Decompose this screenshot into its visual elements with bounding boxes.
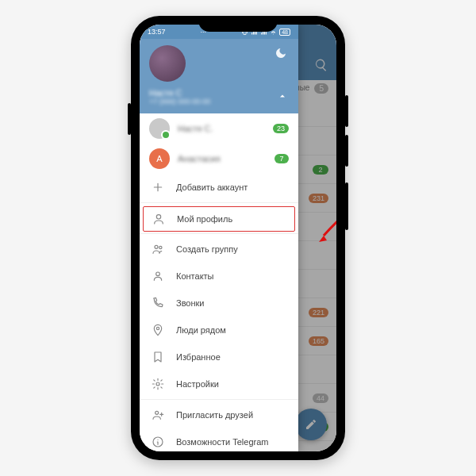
menu-label: Избранное [176, 352, 221, 362]
drawer-header: Настя С +7 (999) 000-00-00 [140, 39, 298, 113]
unread-badge: 7 [274, 154, 289, 163]
svg-point-0 [156, 215, 160, 219]
my-profile-item[interactable]: Мой профиль [143, 206, 295, 232]
drawer-username: Настя С [149, 88, 289, 98]
status-time: 13:57 [148, 28, 166, 36]
moon-icon [274, 47, 287, 60]
signal-icon [260, 29, 267, 36]
telegram-features-item[interactable]: Возможности Telegram [140, 428, 298, 451]
drawer-phone: +7 (999) 000-00-00 [149, 98, 289, 106]
svg-point-3 [156, 272, 160, 276]
account-item[interactable]: А Анастасия 7 [140, 144, 298, 174]
status-bar: 13:57 ··· 48 [140, 25, 298, 39]
add-person-icon [152, 409, 164, 421]
calls-item[interactable]: Звонки [140, 290, 298, 317]
contacts-item[interactable]: Контакты [140, 263, 298, 290]
menu-label: Звонки [176, 298, 205, 308]
svg-point-2 [159, 246, 162, 248]
person-icon [152, 270, 164, 282]
bookmark-icon [152, 351, 164, 363]
avatar [149, 118, 170, 139]
phone-frame: чные 5 13:5213:5013:50223113:3313:222211… [131, 16, 345, 460]
svg-point-6 [155, 411, 159, 414]
plus-icon [152, 181, 164, 194]
info-icon [152, 436, 164, 448]
invite-friends-item[interactable]: Пригласить друзей [140, 401, 298, 428]
navigation-drawer: 13:57 ··· 48 Настя С +7 (999) 000-00-00 [140, 25, 298, 451]
menu-label: Мой профиль [177, 214, 232, 224]
drawer-menu: Мой профиль Создать группу Контакты Звон… [140, 205, 298, 451]
account-name: Анастасия [178, 154, 267, 163]
menu-label: Добавить аккаунт [176, 182, 248, 192]
account-item[interactable]: Настя С. 23 [140, 113, 298, 144]
screen: чные 5 13:5213:5013:50223113:3313:222211… [140, 25, 336, 451]
phone-icon [152, 297, 164, 309]
menu-label: Контакты [176, 271, 214, 281]
group-icon [152, 243, 164, 255]
chevron-up-icon [278, 91, 287, 101]
menu-label: Настройки [176, 379, 219, 389]
svg-point-4 [156, 327, 159, 329]
menu-label: Люди рядом [176, 325, 226, 335]
svg-point-1 [155, 245, 158, 248]
gear-icon [152, 378, 164, 390]
unread-badge: 23 [273, 124, 289, 133]
menu-label: Пригласить друзей [176, 410, 253, 420]
account-name: Настя С. [178, 124, 265, 133]
vibrate-icon [241, 29, 248, 36]
profile-icon [152, 213, 165, 225]
signal-icon [251, 29, 258, 36]
menu-label: Создать группу [176, 244, 238, 254]
menu-label: Возможности Telegram [176, 437, 268, 447]
saved-messages-item[interactable]: Избранное [140, 344, 298, 370]
svg-point-5 [156, 382, 159, 386]
settings-item[interactable]: Настройки [140, 370, 298, 397]
account-list: Настя С. 23А Анастасия 7 [140, 113, 298, 174]
add-account-item[interactable]: Добавить аккаунт [140, 174, 298, 201]
avatar[interactable] [149, 45, 186, 82]
battery-indicator: 48 [279, 29, 290, 36]
new-group-item[interactable]: Создать группу [140, 236, 298, 263]
wifi-icon [270, 29, 277, 36]
people-nearby-item[interactable]: Люди рядом [140, 317, 298, 344]
accounts-toggle[interactable] [278, 90, 287, 104]
nearby-icon [152, 324, 164, 336]
night-mode-toggle[interactable] [274, 47, 287, 63]
avatar: А [149, 148, 170, 169]
